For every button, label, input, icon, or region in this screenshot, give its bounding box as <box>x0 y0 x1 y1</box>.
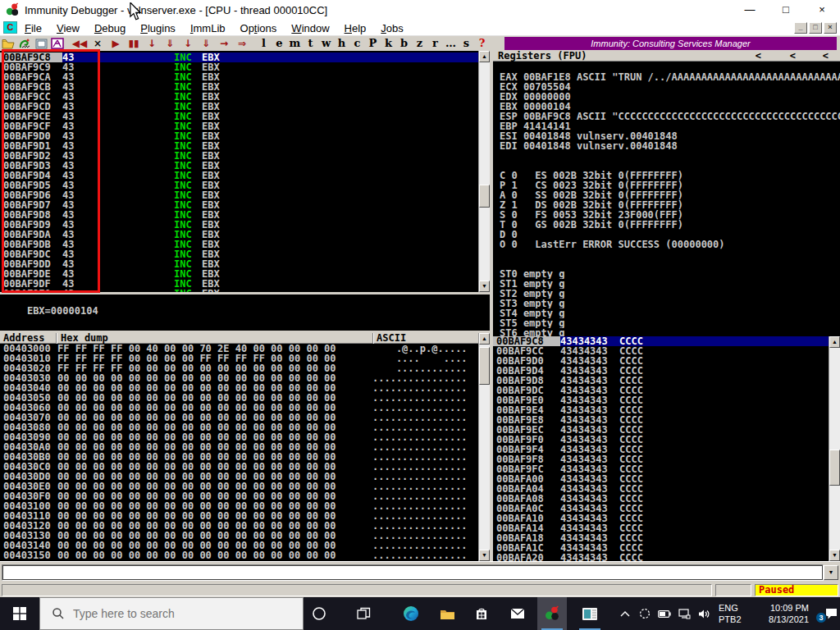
stack-pane[interactable]: 00BAF9C843434343CCCC00BAF9CC43434343CCCC… <box>493 336 829 561</box>
scroll-up-icon[interactable]: ▲ <box>479 333 490 345</box>
toolbar-letter-w[interactable]: w <box>318 37 334 50</box>
file-explorer-icon[interactable] <box>433 597 461 630</box>
fpu-register-row[interactable]: ST2 empty g <box>493 289 840 299</box>
notification-center-button[interactable]: 3 <box>815 597 840 630</box>
search-input[interactable] <box>73 607 278 620</box>
step-over-icon[interactable]: ⇓ <box>161 37 179 50</box>
flag-row[interactable]: P 1 CS 0023 32bit 0(FFFFFFFF) <box>493 180 840 190</box>
microsoft-store-icon[interactable] <box>468 597 495 630</box>
fpu-register-row[interactable]: ST3 empty g <box>493 299 840 308</box>
register-row[interactable]: EBP 41414141 <box>493 121 840 131</box>
cortana-button[interactable] <box>305 597 333 630</box>
register-row[interactable]: EAX 00BAF1E8 ASCII "TRUN /../AAAAAAAAAAA… <box>493 72 840 82</box>
flag-row[interactable]: Z 1 DS 002B 32bit 0(FFFFFFFF) <box>493 200 840 210</box>
toolbar-letter-P[interactable]: P <box>365 37 381 50</box>
fpu-register-row[interactable]: ST1 empty g <box>493 279 840 289</box>
flag-row[interactable]: D 0 <box>493 230 840 240</box>
toolbar-letter-k[interactable]: k <box>381 37 396 50</box>
flag-row[interactable]: T 0 GS 002B 32bit 0(FFFFFFFF) <box>493 220 840 230</box>
register-row[interactable]: ESP 00BAF9C8 ASCII "CCCCCCCCCCCCCCCCCCCC… <box>493 112 840 121</box>
toolbar-letter-z[interactable]: z <box>412 37 427 50</box>
toolbar-letter-e[interactable]: e <box>272 37 287 50</box>
stack-scrollbar[interactable]: ▲ ▼ <box>829 336 840 561</box>
snipping-app-taskbar-icon[interactable] <box>575 597 605 630</box>
scrollbar-thumb[interactable] <box>829 450 840 486</box>
fpu-register-row[interactable]: ST4 empty g <box>493 308 840 318</box>
menu-immlib[interactable]: ImmLib <box>183 22 233 34</box>
menu-view[interactable]: View <box>49 22 87 34</box>
restart-icon[interactable]: ◀◀ <box>71 37 89 50</box>
toolbar-letter-h[interactable]: h <box>334 37 349 50</box>
flag-row[interactable]: S 0 FS 0053 32bit 23F000(FFF) <box>493 210 840 220</box>
flag-row[interactable]: O 0 LastErr ERROR_SUCCESS (00000000) <box>493 240 840 249</box>
register-row[interactable]: EDI 00401848 vulnserv.00401848 <box>493 141 840 151</box>
animate-into-icon[interactable]: ↓ <box>179 37 197 50</box>
scrollbar-thumb[interactable] <box>479 185 490 208</box>
python-script-icon[interactable] <box>16 37 33 50</box>
scroll-down-icon[interactable]: ▼ <box>829 550 840 561</box>
step-into-icon[interactable]: ↓ <box>143 37 161 50</box>
language-indicator[interactable]: ENG PTB2 <box>719 597 748 630</box>
command-dropdown-button[interactable]: ▼ <box>824 565 838 580</box>
open-file-icon[interactable] <box>0 37 16 50</box>
toolbar-letter-m[interactable]: m <box>287 37 303 50</box>
toolbar-letter-l[interactable]: l <box>256 37 272 50</box>
menu-file[interactable]: File <box>17 22 49 34</box>
flag-row[interactable]: A 0 SS 002B 32bit 0(FFFFFFFF) <box>493 190 840 200</box>
register-row[interactable]: ESI 00401848 vulnserv.00401848 <box>493 131 840 141</box>
scrollbar-thumb[interactable] <box>479 347 490 385</box>
volume-icon[interactable] <box>694 597 715 630</box>
menu-window[interactable]: Window <box>284 22 336 34</box>
hexdump-row[interactable]: 0040315000 00 00 00 00 00 00 00 00 00 00… <box>0 550 478 560</box>
menu-jobs[interactable]: Jobs <box>373 22 410 34</box>
mdi-minimize-button[interactable]: _ <box>794 22 807 34</box>
register-row[interactable]: EDX 00000000 <box>493 92 840 102</box>
menu-options[interactable]: Options <box>233 22 285 34</box>
registers-pane[interactable]: EAX 00BAF1E8 ASCII "TRUN /../AAAAAAAAAAA… <box>493 62 840 336</box>
network-icon[interactable] <box>674 597 694 630</box>
register-row[interactable]: ECX 00705504 <box>493 82 840 92</box>
flag-row[interactable]: C 0 ES 002B 32bit 0(FFFFFFFF) <box>493 171 840 180</box>
toolbar-letter-…[interactable]: … <box>443 37 459 50</box>
clock[interactable]: 10:09 PM 8/13/2021 <box>750 597 809 630</box>
hexdump-pane[interactable]: 00403000FF FF FF FF 00 40 00 00 70 2E 40… <box>0 344 478 561</box>
task-view-button[interactable] <box>349 597 377 630</box>
menu-help[interactable]: Help <box>337 22 374 34</box>
back-chevron-icon[interactable]: < <box>790 51 796 61</box>
windows-list-icon[interactable] <box>33 37 49 50</box>
fpu-register-row[interactable]: ST6 empty g <box>493 328 840 336</box>
toolbar-letter-r[interactable]: r <box>427 37 443 50</box>
tray-expand-chevron-icon[interactable] <box>615 597 635 630</box>
battery-icon[interactable] <box>655 597 674 630</box>
animate-over-icon[interactable]: ⇓ <box>197 37 215 50</box>
start-button[interactable] <box>3 597 36 630</box>
fpu-register-row[interactable]: ST5 empty g <box>493 318 840 328</box>
memory-map-icon[interactable] <box>49 37 66 50</box>
taskbar-search[interactable] <box>39 597 304 630</box>
command-input[interactable] <box>2 564 824 581</box>
mdi-close-button[interactable]: × <box>824 22 837 34</box>
efl-register-row[interactable]: EFL 00000246 (NO,NB,E,BE,NS,PE,GE,LE) <box>493 251 840 261</box>
edge-browser-icon[interactable] <box>397 597 425 630</box>
toolbar-letter-t[interactable]: t <box>303 37 318 50</box>
execute-till-return-icon[interactable]: → <box>215 37 233 50</box>
back-chevron-icon[interactable]: < <box>756 51 761 61</box>
stack-row[interactable]: 00BAFA2043434343CCCC <box>493 553 829 561</box>
mail-icon[interactable] <box>504 597 532 630</box>
scroll-up-icon[interactable]: ▲ <box>829 336 840 348</box>
run-icon[interactable]: ▶ <box>107 37 125 50</box>
mdi-restore-button[interactable]: □ <box>809 22 822 34</box>
toolbar-letter-c[interactable]: c <box>349 37 365 50</box>
minimize-button[interactable]: — <box>732 0 768 20</box>
close-program-icon[interactable]: × <box>89 37 107 50</box>
immunity-debugger-taskbar-icon[interactable] <box>537 597 567 630</box>
toolbar-letter-s[interactable]: s <box>459 37 474 50</box>
pause-icon[interactable]: ▮▮ <box>125 37 143 50</box>
toolbar-letter-b[interactable]: b <box>396 37 412 50</box>
scroll-down-icon[interactable]: ▼ <box>479 550 490 561</box>
close-button[interactable]: × <box>804 0 840 20</box>
fpu-register-row[interactable]: ST0 empty g <box>493 269 840 279</box>
back-chevron-icon[interactable]: < <box>823 51 829 61</box>
restore-button[interactable]: □ <box>768 0 804 20</box>
scroll-up-icon[interactable]: ▲ <box>479 51 490 62</box>
